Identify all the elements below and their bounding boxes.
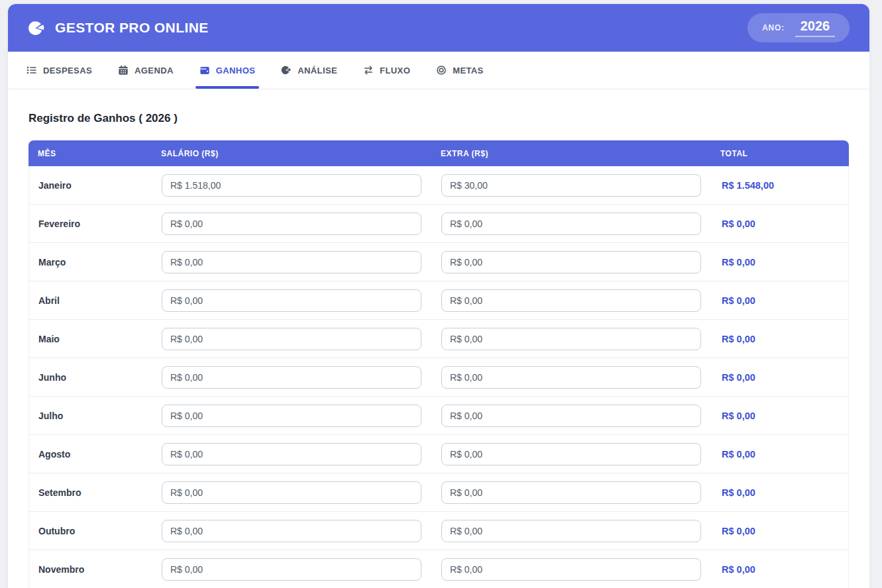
extra-input[interactable] xyxy=(441,328,701,350)
wallet-icon xyxy=(199,65,210,75)
tab-bar: DESPESAS xyxy=(8,52,869,89)
column-header-total: TOTAL xyxy=(714,149,849,158)
calendar-icon xyxy=(118,65,129,75)
tab-label: DESPESAS xyxy=(43,66,92,75)
extra-cell xyxy=(435,213,714,235)
row-total: R$ 0,00 xyxy=(714,449,848,460)
table-row: Junho R$ 0,00 xyxy=(28,358,849,397)
month-label: Fevereiro xyxy=(29,219,155,229)
salario-input[interactable] xyxy=(162,251,421,273)
month-label: Março xyxy=(29,257,155,268)
year-input[interactable]: 2026 xyxy=(795,19,835,37)
list-icon xyxy=(27,65,37,75)
table-header-row: MÊS SALÁRIO (R$) EXTRA (R$) TOTAL xyxy=(28,140,849,166)
page-title: Registro de Ganhos ( 2026 ) xyxy=(28,112,849,125)
tab-agenda[interactable]: AGENDA xyxy=(118,52,174,89)
salario-cell xyxy=(155,174,435,197)
column-header-extra: EXTRA (R$) xyxy=(434,149,714,158)
row-total: R$ 0,00 xyxy=(714,487,848,498)
table-row: Fevereiro R$ 0,00 xyxy=(28,205,849,243)
table-row: Março R$ 0,00 xyxy=(28,243,849,281)
month-label: Agosto xyxy=(29,449,155,460)
tab-metas[interactable]: METAS xyxy=(436,52,484,89)
table-row: Outubro R$ 0,00 xyxy=(28,512,849,550)
salario-input[interactable] xyxy=(162,558,421,581)
row-total: R$ 0,00 xyxy=(714,526,848,536)
month-label: Setembro xyxy=(29,487,155,498)
extra-cell xyxy=(435,366,714,389)
extra-cell xyxy=(435,405,714,427)
tab-despesas[interactable]: DESPESAS xyxy=(27,52,92,89)
extra-input[interactable] xyxy=(441,251,701,273)
extra-cell xyxy=(435,251,714,273)
extra-input[interactable] xyxy=(441,366,701,389)
year-selector[interactable]: ANO: 2026 xyxy=(747,13,850,42)
month-label: Abril xyxy=(29,295,155,306)
salario-cell xyxy=(155,405,435,427)
salario-cell xyxy=(155,289,435,312)
brand: GESTOR PRO ONLINE xyxy=(28,19,209,37)
tab-label: FLUXO xyxy=(380,66,410,75)
app-header: GESTOR PRO ONLINE ANO: 2026 xyxy=(8,4,869,52)
main-content: Registro de Ganhos ( 2026 ) MÊS SALÁRIO … xyxy=(8,89,869,588)
table-row: Janeiro R$ 1.548,00 xyxy=(28,166,849,205)
salario-input[interactable] xyxy=(162,366,421,389)
extra-cell xyxy=(435,289,714,312)
extra-cell xyxy=(435,443,714,466)
extra-input[interactable] xyxy=(441,289,701,312)
salario-cell xyxy=(155,443,435,466)
extra-input[interactable] xyxy=(441,213,701,235)
table-row: Abril R$ 0,00 xyxy=(28,281,849,320)
salario-cell xyxy=(155,520,435,542)
table-row: Maio R$ 0,00 xyxy=(28,320,849,358)
salario-cell xyxy=(155,213,435,235)
extra-cell xyxy=(435,328,714,350)
row-total: R$ 0,00 xyxy=(714,219,848,229)
tab-ganhos[interactable]: GANHOS xyxy=(199,52,255,89)
tab-fluxo[interactable]: FLUXO xyxy=(363,52,410,89)
column-header-salario: SALÁRIO (R$) xyxy=(154,149,434,158)
salario-input[interactable] xyxy=(162,174,421,197)
table-row: Agosto R$ 0,00 xyxy=(28,435,849,473)
salario-input[interactable] xyxy=(162,443,421,466)
month-label: Janeiro xyxy=(29,180,155,191)
extra-cell xyxy=(435,481,714,504)
month-label: Junho xyxy=(29,372,155,383)
row-total: R$ 0,00 xyxy=(714,257,848,268)
app-card: GESTOR PRO ONLINE ANO: 2026 DESPESAS xyxy=(8,4,869,588)
salario-cell xyxy=(155,328,435,350)
salario-input[interactable] xyxy=(162,289,421,312)
row-total: R$ 1.548,00 xyxy=(714,180,848,191)
month-label: Julho xyxy=(29,411,155,421)
salario-cell xyxy=(155,251,435,273)
extra-cell xyxy=(435,174,714,197)
salario-input[interactable] xyxy=(162,328,421,350)
pie-chart-icon xyxy=(281,65,292,75)
salario-input[interactable] xyxy=(162,520,421,542)
pie-chart-logo-icon xyxy=(28,19,46,37)
extra-input[interactable] xyxy=(441,443,701,466)
extra-cell xyxy=(435,520,714,542)
row-total: R$ 0,00 xyxy=(714,411,848,421)
tab-label: METAS xyxy=(453,66,484,75)
extra-input[interactable] xyxy=(441,405,701,427)
salario-input[interactable] xyxy=(162,405,421,427)
extra-input[interactable] xyxy=(441,558,701,581)
salario-input[interactable] xyxy=(162,481,421,504)
row-total: R$ 0,00 xyxy=(714,564,848,575)
bullseye-icon xyxy=(436,65,447,75)
extra-input[interactable] xyxy=(441,520,701,542)
year-label: ANO: xyxy=(762,23,785,32)
tab-analise[interactable]: ANÁLISE xyxy=(281,52,337,89)
month-label: Maio xyxy=(29,334,155,344)
salario-input[interactable] xyxy=(162,213,421,235)
table-row: Setembro R$ 0,00 xyxy=(28,473,849,512)
table-row: Novembro R$ 0,00 xyxy=(28,550,849,588)
extra-input[interactable] xyxy=(441,481,701,504)
month-label: Novembro xyxy=(29,564,155,575)
table-row: Julho R$ 0,00 xyxy=(28,397,849,435)
ganhos-table: MÊS SALÁRIO (R$) EXTRA (R$) TOTAL Janeir… xyxy=(28,140,849,588)
tab-label: ANÁLISE xyxy=(298,66,337,75)
extra-input[interactable] xyxy=(441,174,701,197)
tab-label: AGENDA xyxy=(135,66,174,75)
